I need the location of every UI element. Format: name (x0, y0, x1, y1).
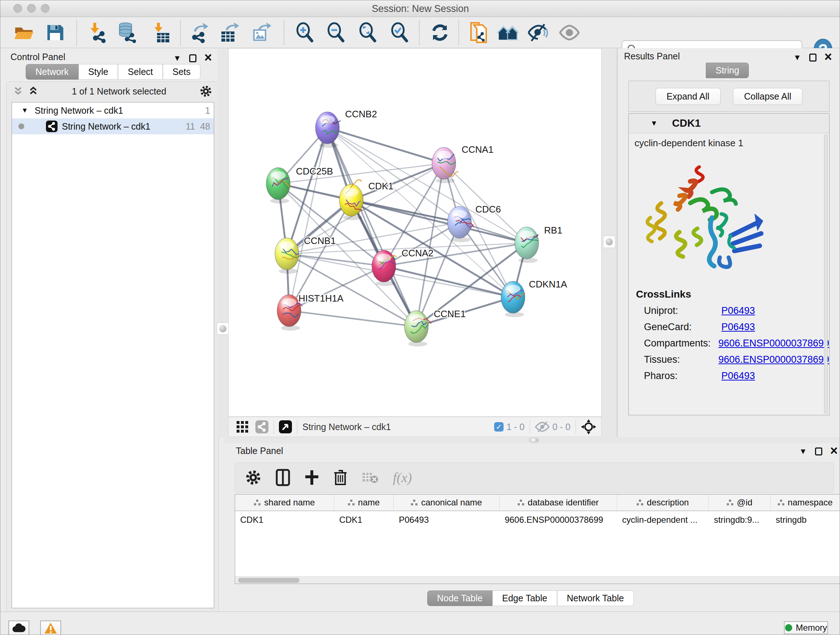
collapse-all-button[interactable]: Collapse All (733, 88, 803, 105)
gear-icon[interactable] (200, 85, 212, 97)
edge-HIST1H1A-CCNE1[interactable] (289, 310, 416, 326)
close-panel-icon[interactable]: × (204, 51, 212, 64)
node-CDC25B[interactable] (266, 168, 290, 203)
splitter-handle[interactable] (529, 438, 538, 443)
edge-CCNA2-HIST1H1A[interactable] (289, 266, 384, 310)
zoom-fit-button[interactable] (357, 22, 378, 43)
tree-expand-icon[interactable]: ▼ (21, 106, 28, 114)
detach-view-icon[interactable] (279, 420, 292, 433)
warnings-button[interactable] (40, 621, 61, 635)
table-cell[interactable]: cyclin-dependent ... (617, 511, 709, 529)
maximize-panel-icon[interactable] (189, 54, 196, 62)
tab-style[interactable]: Style (79, 64, 118, 80)
column-header--id[interactable]: @id (709, 494, 771, 510)
node-CCNB2[interactable] (316, 112, 341, 148)
node-CDKN1A[interactable] (501, 281, 526, 317)
tab-sets[interactable]: Sets (163, 64, 201, 80)
table-cell[interactable]: stringdb:9... (709, 511, 771, 529)
zoom-selected-button[interactable] (389, 22, 410, 43)
crosslink-value-link[interactable]: 9606.ENSP00000378699 (718, 354, 829, 365)
node-CCNE1[interactable] (404, 310, 431, 347)
add-column-icon[interactable] (305, 470, 319, 486)
export-network-button[interactable] (189, 22, 210, 43)
horizontal-splitter[interactable] (225, 437, 840, 443)
network-view-canvas[interactable]: CCNB2CCNA1CDC25BCDK1CDC6RB1CCNB1CCNA2CDK… (228, 48, 602, 417)
selected-nodes-checkbox[interactable]: ✓ (494, 422, 504, 432)
import-database-button[interactable] (117, 22, 138, 43)
export-table-button[interactable] (219, 22, 240, 43)
network-row[interactable]: String Network – cdk1 11 48 (12, 119, 214, 134)
tab-select[interactable]: Select (118, 64, 163, 80)
maximize-panel-icon[interactable] (809, 54, 816, 62)
float-panel-icon[interactable]: ▼ (799, 448, 807, 455)
select-columns-icon[interactable] (276, 469, 290, 486)
tab-edge-table[interactable]: Edge Table (493, 591, 557, 606)
import-table-button[interactable] (151, 22, 172, 43)
network-collection-row[interactable]: ▼ String Network – cdk1 1 (12, 103, 214, 119)
expand-all-button[interactable]: Expand All (655, 88, 721, 105)
open-session-button[interactable] (13, 22, 34, 43)
section-collapse-icon[interactable]: ▼ (651, 119, 658, 127)
import-network-button[interactable] (87, 22, 108, 43)
show-all-button[interactable] (559, 22, 580, 43)
close-panel-icon[interactable]: × (830, 444, 838, 457)
edge-CCNB2-RB1[interactable] (327, 128, 527, 243)
hidden-eye-icon[interactable] (535, 421, 549, 432)
expand-all-icon[interactable] (28, 87, 38, 96)
function-builder-button[interactable]: f(x) (393, 470, 412, 486)
table-row[interactable]: CDK1CDK1P064939606.ENSP00000378699cyclin… (235, 511, 840, 529)
tab-node-table[interactable]: Node Table (427, 591, 493, 606)
column-header-namespace[interactable]: namespace (771, 494, 840, 510)
memory-button[interactable]: Memory (784, 621, 828, 634)
tab-network[interactable]: Network (26, 64, 79, 80)
column-header-shared-name[interactable]: shared name (235, 494, 334, 510)
column-header-database-identifier[interactable]: database identifier (500, 494, 617, 510)
refresh-button[interactable] (429, 22, 450, 43)
scrollbar-thumb[interactable] (238, 578, 300, 583)
column-header-name[interactable]: name (334, 494, 394, 510)
zoom-out-button[interactable] (325, 22, 346, 43)
results-scrollbar[interactable] (824, 135, 828, 413)
node-CCNB1[interactable] (275, 238, 300, 274)
delete-table-icon[interactable] (362, 471, 378, 484)
crosslink-value-link[interactable]: P06493 (722, 321, 755, 333)
grid-view-icon[interactable] (236, 420, 249, 433)
column-header-description[interactable]: description (617, 494, 709, 510)
first-neighbors-button[interactable] (497, 22, 518, 43)
close-panel-icon[interactable]: × (824, 50, 832, 63)
tab-network-table[interactable]: Network Table (557, 591, 634, 606)
table-horizontal-scrollbar[interactable] (235, 576, 840, 584)
zoom-in-button[interactable] (294, 22, 315, 43)
export-image-button[interactable] (251, 22, 272, 43)
edge-CCNB2-HIST1H1A[interactable] (289, 128, 327, 310)
crosslink-value-link[interactable]: P06493 (722, 371, 755, 382)
vertical-splitter-left[interactable] (218, 48, 228, 437)
gear-icon[interactable] (245, 470, 261, 486)
crosslink-value-link[interactable]: P06493 (722, 305, 755, 317)
collapse-all-icon[interactable] (13, 87, 23, 96)
splitter-handle[interactable] (217, 323, 229, 335)
table-cell[interactable]: 9606.ENSP00000378699 (500, 511, 617, 529)
hide-selected-button[interactable] (528, 22, 549, 43)
splitter-handle[interactable] (603, 236, 615, 248)
float-panel-icon[interactable]: ▼ (793, 54, 801, 62)
table-cell[interactable]: stringdb (771, 511, 840, 529)
node-RB1[interactable] (515, 227, 538, 263)
float-panel-icon[interactable]: ▼ (173, 54, 181, 62)
network-from-file-button[interactable] (468, 22, 489, 43)
edge-CCNB2-CCNA1[interactable] (327, 128, 444, 163)
cloud-status-button[interactable] (8, 621, 29, 635)
table-cell[interactable]: CDK1 (334, 511, 394, 529)
network-view-mode-icon[interactable] (256, 420, 268, 433)
gene-section-header[interactable]: ▼ CDK1 (629, 114, 829, 133)
tab-string[interactable]: String (706, 63, 749, 78)
table-cell[interactable]: P06493 (393, 511, 500, 529)
table-cell[interactable]: CDK1 (235, 511, 334, 529)
save-session-button[interactable] (44, 22, 65, 43)
crosslink-value-link[interactable]: 9606.ENSP00000378699 (718, 338, 829, 349)
crosshair-icon[interactable] (581, 419, 596, 434)
delete-column-icon[interactable] (333, 469, 347, 486)
vertical-splitter-right[interactable] (602, 48, 617, 437)
maximize-panel-icon[interactable] (815, 448, 822, 455)
column-header-canonical-name[interactable]: canonical name (393, 494, 500, 510)
